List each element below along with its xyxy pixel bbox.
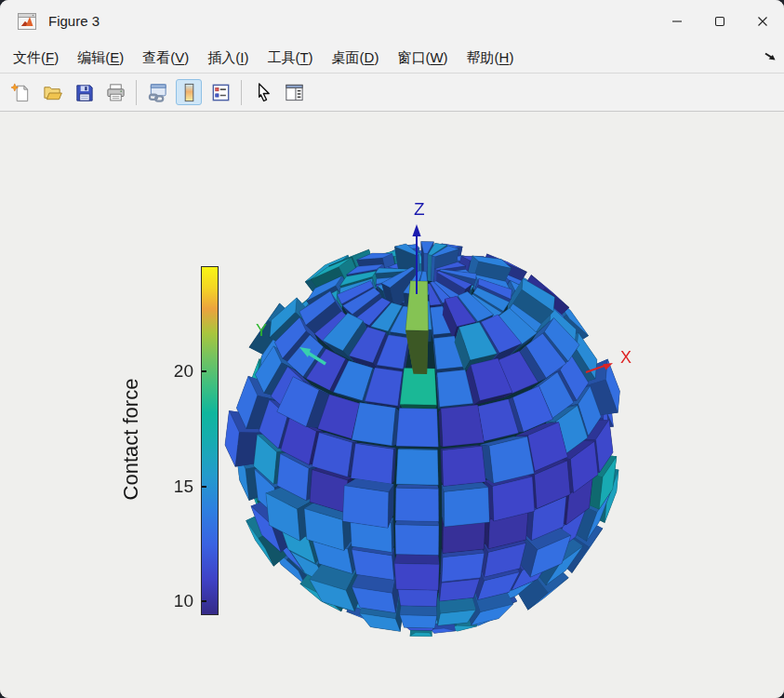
colorbar <box>201 266 219 615</box>
link-icon <box>147 82 168 103</box>
figure-canvas-area: Contact force Z Y X 101520 <box>0 112 784 698</box>
insert-legend-button[interactable] <box>207 79 233 105</box>
maximize-icon <box>714 16 725 27</box>
menu-item-h[interactable]: 帮助(H) <box>458 42 524 73</box>
window-controls <box>656 0 784 42</box>
menu-item-v[interactable]: 查看(V) <box>133 42 198 73</box>
open-icon <box>42 82 63 103</box>
3d-plot-canvas[interactable] <box>0 112 784 698</box>
print-icon <box>105 82 126 103</box>
legend-icon <box>210 82 232 103</box>
new-figure-button[interactable] <box>7 79 33 105</box>
axis-label-y: Y <box>256 321 267 341</box>
toolbar-separator <box>241 80 242 105</box>
menu-overflow-arrow-icon[interactable] <box>764 50 777 63</box>
minimize-button[interactable] <box>656 0 698 42</box>
figure-window: Figure 3 文件(F)编辑(E)查看(V)插入(I)工具(T)桌面(D)窗… <box>0 0 784 698</box>
new-icon <box>10 82 32 103</box>
colorbar-axis-label: Contact force <box>119 379 143 501</box>
menu-item-f[interactable]: 文件(F) <box>4 42 68 73</box>
colorbar-tick-label: 15 <box>147 477 193 497</box>
titlebar: Figure 3 <box>0 0 784 42</box>
colorbar-tick-label: 20 <box>147 361 193 382</box>
menu-item-t[interactable]: 工具(T) <box>258 42 322 73</box>
axis-label-x: X <box>620 348 631 368</box>
axis-label-z: Z <box>414 199 425 220</box>
colorbar-tick-mark <box>202 486 206 488</box>
plot-tools-button[interactable] <box>281 79 307 105</box>
colorbar-icon <box>179 82 200 103</box>
colorbar-tick-mark <box>202 600 206 602</box>
close-icon <box>757 16 768 27</box>
maximize-button[interactable] <box>698 0 741 42</box>
toolbar-separator <box>136 80 137 105</box>
colorbar-tick-mark <box>202 370 206 372</box>
minimize-icon <box>671 16 683 27</box>
window-title: Figure 3 <box>48 13 100 29</box>
matlab-figure-icon <box>18 13 36 30</box>
menu-item-d[interactable]: 桌面(D) <box>323 42 389 73</box>
toolbar <box>0 74 784 112</box>
link-plot-button[interactable] <box>144 79 170 105</box>
close-button[interactable] <box>741 0 784 42</box>
insert-colorbar-button[interactable] <box>176 79 202 105</box>
print-figure-button[interactable] <box>102 79 128 105</box>
menubar: 文件(F)编辑(E)查看(V)插入(I)工具(T)桌面(D)窗口(W)帮助(H) <box>0 42 784 74</box>
colorbar-tick-label: 10 <box>147 591 193 611</box>
save-icon <box>73 82 95 103</box>
cursor-icon <box>252 82 273 103</box>
menu-item-i[interactable]: 插入(I) <box>198 42 258 73</box>
open-file-button[interactable] <box>39 79 65 105</box>
menu-item-e[interactable]: 编辑(E) <box>68 42 133 73</box>
save-figure-button[interactable] <box>71 79 97 105</box>
menu-item-w[interactable]: 窗口(W) <box>388 42 457 73</box>
plot-tools-icon <box>284 82 305 103</box>
edit-plot-button[interactable] <box>249 79 275 105</box>
